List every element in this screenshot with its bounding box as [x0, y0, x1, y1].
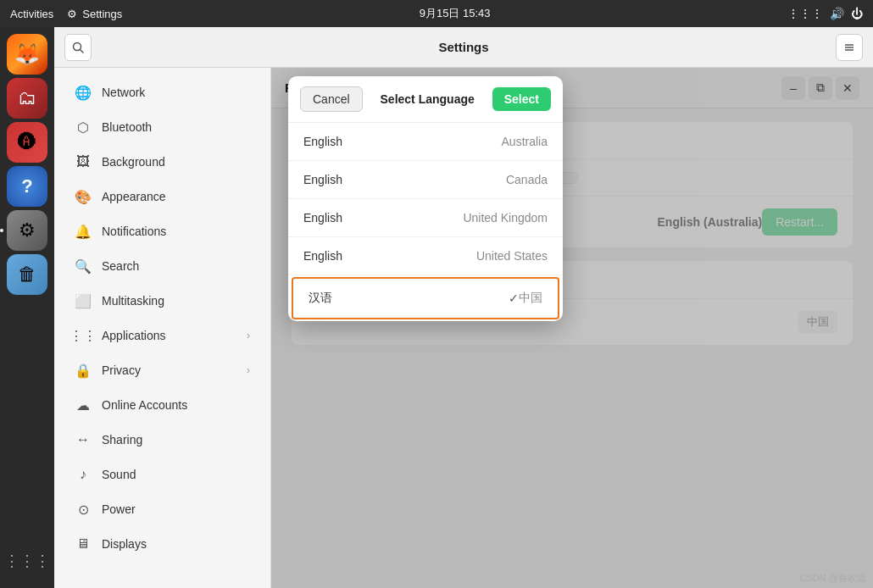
- sidebar-label-appearance: Appearance: [102, 190, 250, 203]
- sidebar-label-power: Power: [102, 502, 250, 516]
- main-content: Region & Language – ⧉ ✕ Languages: [271, 68, 873, 588]
- topbar-right: ⋮⋮⋮ 🔊 ⏻: [787, 7, 863, 20]
- sidebar-item-multitasking[interactable]: ⬜ Multitasking: [61, 284, 264, 318]
- applications-icon: ⋮⋮: [75, 327, 92, 344]
- sharing-icon: ↔: [75, 431, 92, 448]
- network-icon: 🌐: [75, 84, 92, 101]
- select-language-dialog: Cancel Select Language Select English Au…: [288, 76, 563, 321]
- dock-grid-button[interactable]: ⋮⋮⋮: [7, 541, 47, 581]
- dock: 🦊 🗂 🅐 ? ⚙ 🗑 ⋮⋮⋮: [0, 27, 54, 588]
- sidebar-item-search[interactable]: 🔍 Search: [61, 249, 264, 283]
- background-icon: 🖼: [75, 153, 92, 170]
- dialog-country-2: United Kingdom: [463, 211, 548, 225]
- topbar-app-name: Settings: [82, 8, 122, 20]
- sidebar-label-applications: Applications: [102, 329, 236, 342]
- sidebar-item-applications[interactable]: ⋮⋮ Applications ›: [61, 319, 264, 352]
- dialog-lang-4: 汉语: [309, 291, 505, 306]
- notifications-icon: 🔔: [75, 223, 92, 240]
- sidebar: 🌐 Network ⬡ Bluetooth 🖼 Background 🎨 App…: [54, 68, 271, 588]
- sidebar-item-background[interactable]: 🖼 Background: [61, 145, 264, 179]
- network-icon[interactable]: ⋮⋮⋮: [787, 7, 823, 20]
- dialog-overlay: Cancel Select Language Select English Au…: [271, 68, 873, 588]
- settings-header: Settings: [54, 27, 873, 68]
- dock-item-settings[interactable]: ⚙: [7, 210, 47, 251]
- dialog-cancel-button[interactable]: Cancel: [300, 86, 363, 112]
- appearance-icon: 🎨: [75, 188, 92, 205]
- volume-icon[interactable]: 🔊: [830, 7, 844, 20]
- privacy-arrow-icon: ›: [247, 364, 250, 376]
- power-icon: ⊙: [75, 501, 92, 518]
- settings-title: Settings: [98, 40, 829, 54]
- sound-icon: ♪: [75, 466, 92, 483]
- dock-item-files[interactable]: 🗂: [7, 78, 47, 119]
- dock-item-trash[interactable]: 🗑: [7, 254, 47, 295]
- sidebar-item-sound[interactable]: ♪ Sound: [61, 458, 264, 491]
- sidebar-label-sharing: Sharing: [102, 433, 250, 447]
- sidebar-item-bluetooth[interactable]: ⬡ Bluetooth: [61, 110, 264, 144]
- settings-gear-icon: ⚙: [67, 8, 77, 20]
- bluetooth-icon: ⬡: [75, 119, 92, 136]
- topbar-datetime: 9月15日 15:43: [420, 6, 491, 21]
- multitasking-icon: ⬜: [75, 292, 92, 309]
- sidebar-label-background: Background: [102, 155, 250, 169]
- activities-button[interactable]: Activities: [10, 8, 53, 20]
- search-icon: 🔍: [75, 258, 92, 275]
- dialog-lang-3: English: [303, 249, 476, 263]
- topbar: Activities ⚙ Settings 9月15日 15:43 ⋮⋮⋮ 🔊 …: [0, 0, 873, 27]
- sidebar-label-bluetooth: Bluetooth: [102, 120, 250, 134]
- dialog-title: Select Language: [370, 92, 486, 106]
- dialog-country-4: 中国: [519, 291, 542, 306]
- dialog-check-4: ✓: [509, 291, 519, 305]
- svg-line-1: [81, 49, 84, 53]
- dialog-row-2[interactable]: English United Kingdom: [288, 199, 563, 237]
- sidebar-item-displays[interactable]: 🖥 Displays: [61, 527, 264, 561]
- main-area: 🦊 🗂 🅐 ? ⚙ 🗑 ⋮⋮⋮: [0, 27, 873, 588]
- dialog-row-4[interactable]: 汉语 ✓ 中国: [292, 277, 559, 319]
- dialog-lang-2: English: [303, 211, 463, 225]
- topbar-center: 9月15日 15:43: [420, 6, 491, 21]
- sidebar-label-privacy: Privacy: [102, 363, 236, 377]
- sidebar-label-sound: Sound: [102, 468, 250, 481]
- sidebar-item-sharing[interactable]: ↔ Sharing: [61, 423, 264, 457]
- sidebar-label-displays: Displays: [102, 537, 250, 551]
- sidebar-label-search: Search: [102, 259, 250, 273]
- dock-item-firefox[interactable]: 🦊: [7, 34, 47, 75]
- topbar-left: Activities ⚙ Settings: [10, 8, 122, 20]
- dialog-select-button[interactable]: Select: [492, 87, 551, 111]
- online-accounts-icon: ☁: [75, 397, 92, 413]
- dialog-row-3[interactable]: English United States: [288, 237, 563, 275]
- dialog-row-0[interactable]: English Australia: [288, 123, 563, 161]
- settings-search-button[interactable]: [64, 34, 92, 61]
- dialog-list: English Australia English Canada English…: [288, 123, 563, 321]
- dialog-header: Cancel Select Language Select: [288, 76, 563, 123]
- dock-item-store[interactable]: 🅐: [7, 122, 47, 163]
- sidebar-label-online-accounts: Online Accounts: [102, 398, 250, 412]
- sidebar-item-privacy[interactable]: 🔒 Privacy ›: [61, 353, 264, 387]
- sidebar-label-notifications: Notifications: [102, 225, 250, 238]
- power-icon[interactable]: ⏻: [851, 7, 863, 20]
- sidebar-label-network: Network: [102, 86, 250, 99]
- displays-icon: 🖥: [75, 535, 92, 552]
- topbar-app: ⚙ Settings: [67, 8, 122, 20]
- privacy-icon: 🔒: [75, 362, 92, 379]
- sidebar-item-appearance[interactable]: 🎨 Appearance: [61, 180, 264, 214]
- sidebar-item-power[interactable]: ⊙ Power: [61, 492, 264, 526]
- sidebar-item-online-accounts[interactable]: ☁ Online Accounts: [61, 388, 264, 422]
- settings-body: 🌐 Network ⬡ Bluetooth 🖼 Background 🎨 App…: [54, 68, 873, 588]
- dialog-country-0: Australia: [502, 135, 548, 148]
- applications-arrow-icon: ›: [247, 330, 250, 341]
- settings-window: Settings 🌐 Network ⬡ Bluetooth: [54, 27, 873, 588]
- dialog-lang-1: English: [303, 173, 506, 186]
- dialog-country-3: United States: [476, 249, 548, 263]
- dialog-row-1[interactable]: English Canada: [288, 161, 563, 199]
- sidebar-label-multitasking: Multitasking: [102, 294, 250, 308]
- sidebar-item-network[interactable]: 🌐 Network: [61, 75, 264, 109]
- footer-watermark: CSDN @喜欢隐: [800, 572, 866, 585]
- dialog-lang-0: English: [303, 135, 502, 148]
- dock-item-help[interactable]: ?: [7, 166, 47, 207]
- dialog-country-1: Canada: [506, 173, 548, 186]
- settings-menu-button[interactable]: [836, 34, 863, 61]
- sidebar-item-notifications[interactable]: 🔔 Notifications: [61, 214, 264, 248]
